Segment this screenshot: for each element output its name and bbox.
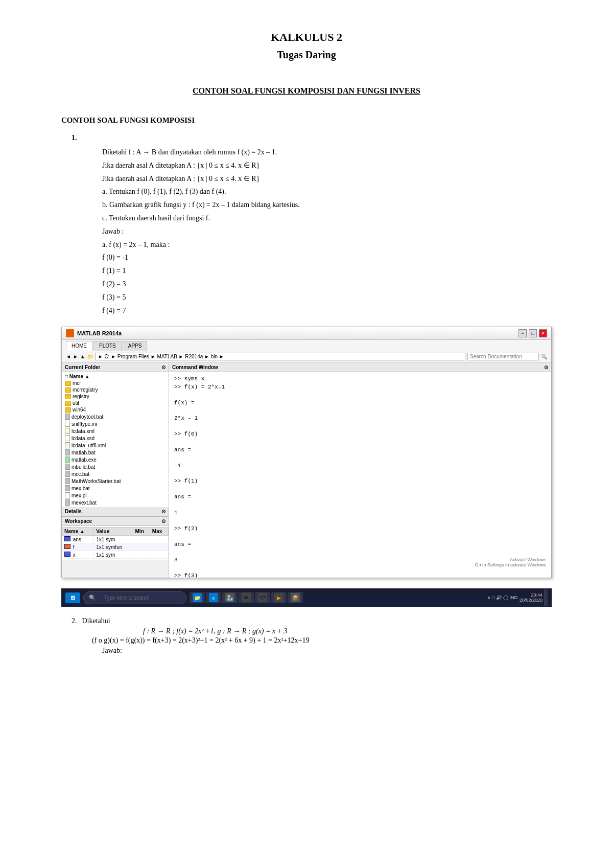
command-window-panel: Command Window ⊙ >> syms x >> f(x) = 2*x…	[169, 363, 551, 578]
cmd-line-21: ans =	[174, 541, 546, 549]
folder-item-registry[interactable]: registry	[62, 393, 169, 400]
file-item-mex-bat[interactable]: mex.bat	[62, 485, 169, 492]
folder-item-label: util	[73, 400, 79, 406]
workspace-row-x: x 1x1 sym	[62, 551, 169, 559]
taskbar-app-security[interactable]: 🛡	[255, 592, 270, 603]
workspace-content: Name ▲ Value Min Max ans	[62, 526, 169, 560]
file-item-deploytool[interactable]: deploytool.bat	[62, 413, 169, 420]
matlab-titlebar-text: MATLAB R2014a	[77, 330, 122, 336]
ribbon-tabs: HOME PLOTS APPS	[66, 341, 547, 351]
folder-item-mcr[interactable]: mcr	[62, 380, 169, 386]
ws-cell-max	[150, 551, 168, 559]
folder-item-win64[interactable]: win64	[62, 406, 169, 413]
cmd-line-3: f(x) =	[174, 399, 546, 407]
workspace-row-f: f 1x1 symfun	[62, 543, 169, 551]
command-window-icon[interactable]: ⊙	[544, 364, 548, 370]
file-item-label: snifftype.ini	[72, 421, 97, 427]
activate-line2: Go to Settings to activate Windows	[475, 562, 546, 567]
cmd-line-15: ans =	[174, 493, 546, 501]
file-icon	[65, 471, 70, 477]
taskbar-app-mail[interactable]: ✉	[239, 592, 254, 603]
folder-icon	[65, 401, 71, 406]
ws-cell-value: 1x1 sym	[94, 551, 133, 559]
command-window-content[interactable]: >> syms x >> f(x) = 2*x-1 f(x) = 2*x - 1…	[169, 372, 551, 578]
current-folder-label: Current Folder	[65, 364, 100, 370]
minimize-button[interactable]: −	[518, 329, 527, 337]
folder-panel-content: □ Name ▲ mcr mcrregistry registry util	[62, 372, 169, 507]
tab-apps[interactable]: APPS	[123, 341, 148, 351]
file-item-mexext[interactable]: mexext.bat	[62, 499, 169, 506]
file-item-label: MathWorksStarter.bat	[72, 478, 121, 484]
file-icon	[65, 428, 70, 434]
ws-cell-min	[133, 543, 150, 551]
ws-col-min: Min	[133, 528, 150, 536]
file-item-lcdata-xml[interactable]: lcdata.xml	[62, 427, 169, 435]
taskbar-app-box[interactable]: 📦	[288, 592, 303, 603]
ribbon-address-bar: ◄ ► ▲ 📁 🔍	[66, 352, 547, 361]
problem-1-line-2: Jika daerah asal A ditetapkan A : {x | 0…	[102, 173, 552, 185]
tab-plots[interactable]: PLOTS	[93, 341, 122, 351]
nav-back-icon[interactable]: ◄	[66, 354, 71, 359]
taskbar-app-explorer[interactable]: 📁	[190, 592, 205, 603]
store-icon: 🏪	[225, 593, 234, 602]
folder-item-label: mcr	[73, 380, 81, 386]
taskbar-app-edge[interactable]: e	[206, 592, 221, 603]
workspace-table: Name ▲ Value Min Max ans	[62, 527, 169, 559]
file-item-label: matlab.exe	[72, 457, 97, 463]
problem-2-intro: Diketahui	[82, 617, 110, 625]
details-icon[interactable]: ⊙	[161, 509, 166, 514]
file-item-mcc[interactable]: mcc.bat	[62, 470, 169, 477]
file-item-matlab-exe[interactable]: matlab.exe	[62, 456, 169, 463]
folder-item-util[interactable]: util	[62, 400, 169, 406]
folder-item-mcrregistry[interactable]: mcrregistry	[62, 386, 169, 393]
file-item-label: lcdata.xml	[72, 428, 95, 434]
file-item-mbuild[interactable]: mbuild.bat	[62, 463, 169, 470]
cmd-line-10	[174, 454, 546, 462]
ws-cell-max	[150, 536, 168, 543]
close-button[interactable]: ✕	[539, 329, 547, 337]
workspace-icon[interactable]: ⊙	[161, 518, 166, 524]
problem-2: 2. Diketahui f : R → R ; f(x) = 2x² +1, …	[61, 617, 552, 655]
taskbar-search-icon: 🔍	[89, 595, 96, 601]
cmd-line-25: >> f(3)	[174, 572, 546, 578]
file-icon	[65, 478, 70, 484]
cmd-line-16	[174, 501, 546, 509]
file-item-matlab-bat[interactable]: matlab.bat	[62, 449, 169, 456]
box-icon: 📦	[291, 593, 300, 602]
search-input[interactable]	[467, 353, 539, 360]
folder-item-label: mcrregistry	[73, 387, 98, 393]
file-item-label: deploytool.bat	[72, 414, 103, 420]
show-desktop-button[interactable]	[545, 589, 548, 606]
file-item-label: mex.pl	[72, 493, 86, 498]
taskbar-app-media[interactable]: ▶	[271, 592, 287, 603]
folder-item-label: win64	[73, 407, 86, 413]
problem-2-line2: (f o g)(x) = f(g(x)) = f(x+3) = 2(x+3)²+…	[92, 636, 552, 645]
nav-forward-icon[interactable]: ►	[73, 354, 78, 359]
search-icon[interactable]: 🔍	[541, 354, 547, 359]
file-item-lcdata-xsd[interactable]: lcdata.xsd	[62, 435, 169, 442]
taskbar: ⊞ 🔍 📁 e 🏪 ✉ 🛡 ▶ 📦 ∧ □ 🔊 ◯ IND	[61, 588, 552, 607]
file-icon	[65, 421, 70, 427]
tab-home[interactable]: HOME	[66, 341, 92, 351]
address-input[interactable]	[96, 353, 465, 360]
problem-1-line-6: Jawab :	[102, 225, 552, 238]
taskbar-search-input[interactable]	[99, 593, 181, 602]
cmd-line-18	[174, 517, 546, 524]
explorer-icon: 📁	[193, 593, 202, 602]
taskbar-app-store[interactable]: 🏪	[222, 592, 238, 603]
details-label: Details	[65, 509, 82, 514]
folder-header-icon[interactable]: ⊙	[161, 364, 166, 370]
ws-cell-min	[133, 536, 150, 543]
folder-header-text: □ Name ▲	[65, 374, 90, 379]
file-item-mathworks-starter[interactable]: MathWorksStarter.bat	[62, 477, 169, 485]
file-item-lcdata-utf8[interactable]: lcdata_utf8.xml	[62, 442, 169, 449]
start-button[interactable]: ⊞	[65, 592, 80, 603]
taskbar-time: 20:44	[520, 592, 543, 598]
nav-up-icon[interactable]: ▲	[80, 354, 85, 359]
file-item-snifftype[interactable]: snifftype.ini	[62, 420, 169, 427]
ws-cell-value: 1x1 symfun	[94, 543, 133, 551]
maximize-button[interactable]: □	[529, 329, 537, 337]
file-icon	[65, 464, 70, 470]
folder-icon	[65, 381, 71, 386]
file-item-mex-pl[interactable]: mex.pl	[62, 492, 169, 499]
